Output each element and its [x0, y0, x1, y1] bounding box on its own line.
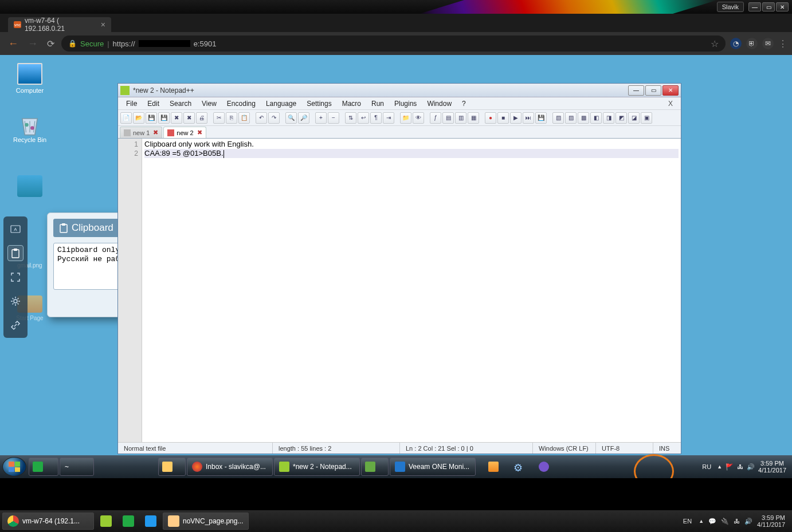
tb-map-icon[interactable]: ▤	[442, 112, 454, 124]
menu-file[interactable]: File	[121, 98, 142, 109]
sidebar-settings-button[interactable]	[7, 293, 23, 309]
host-close-button[interactable]: ✕	[776, 2, 789, 11]
menu-run[interactable]: Run	[367, 98, 389, 109]
tb-saveall-icon[interactable]: 💾	[158, 112, 170, 124]
npp-close-button[interactable]: ✕	[662, 85, 679, 96]
start-button[interactable]	[2, 457, 26, 476]
tb-open-icon[interactable]: 📂	[133, 112, 144, 124]
tb-replace-icon[interactable]: 🔎	[298, 112, 309, 124]
menu-macro[interactable]: Macro	[338, 98, 366, 109]
file-tab-new2[interactable]: new 2✖	[163, 127, 206, 138]
tb-print-icon[interactable]: 🖨	[196, 112, 207, 124]
host-minimize-button[interactable]: —	[748, 2, 761, 11]
tb-zoomin-icon[interactable]: +	[315, 112, 327, 124]
host-language-indicator[interactable]: EN	[681, 517, 694, 526]
host-task-paint[interactable]: noVNC_page.png...	[163, 513, 249, 530]
taskbar-firefox[interactable]: Inbox - slavikca@...	[187, 458, 273, 476]
taskbar-pinned-settings[interactable]: ⚙	[510, 458, 534, 476]
editor-area[interactable]: 12 Clipboard only work with English. CAA…	[118, 139, 681, 442]
tb-allchars-icon[interactable]: ¶	[370, 112, 382, 124]
tray-network-icon[interactable]: 🖧	[737, 463, 743, 470]
sidebar-keyboard-button[interactable]: A	[7, 221, 23, 237]
menu-encoding[interactable]: Encoding	[222, 98, 260, 109]
menu-help[interactable]: ?	[457, 98, 471, 109]
chrome-menu-icon[interactable]: ⋮	[778, 38, 786, 49]
tray-chat-icon[interactable]: 💬	[708, 518, 716, 525]
host-maximize-button[interactable]: ▭	[762, 2, 775, 11]
npp-maximize-button[interactable]: ▭	[645, 85, 661, 96]
sidebar-disconnect-button[interactable]	[7, 317, 23, 333]
extension-icon-3[interactable]: ✉	[762, 38, 774, 49]
reload-button[interactable]: ⟳	[45, 36, 57, 52]
tb-misc8-icon[interactable]: ▣	[641, 112, 652, 124]
npp-minimize-button[interactable]: —	[628, 85, 644, 96]
tray-flag-icon[interactable]: 🚩	[726, 463, 734, 471]
tb-misc4-icon[interactable]: ◧	[590, 112, 602, 124]
address-bar[interactable]: 🔒 Secure | https://e:5901 ☆	[61, 36, 726, 52]
remote-language-indicator[interactable]: RU	[700, 462, 713, 471]
tb-folder-icon[interactable]: 📁	[400, 112, 411, 124]
back-button[interactable]: ←	[6, 36, 21, 52]
tb-monitor-icon[interactable]: 👁	[413, 112, 424, 124]
tray-volume-icon[interactable]: 🔊	[744, 518, 752, 525]
tb-savemacro-icon[interactable]: 💾	[535, 112, 547, 124]
tb-play-icon[interactable]: ▶	[510, 112, 522, 124]
editor-content[interactable]: Clipboard only work with English. CAA:89…	[142, 139, 681, 442]
tb-indent-icon[interactable]: ⇥	[383, 112, 394, 124]
tb-new-icon[interactable]: 📄	[120, 112, 132, 124]
tb-misc7-icon[interactable]: ◪	[628, 112, 640, 124]
extension-icon-1[interactable]: ◔	[730, 38, 742, 49]
tray-chevron-icon[interactable]: ▲	[699, 518, 704, 524]
taskbar-pinned-app1[interactable]	[485, 458, 509, 476]
menu-search[interactable]: Search	[165, 98, 196, 109]
desktop-icon-app1[interactable]	[8, 175, 52, 199]
tb-sync-icon[interactable]: ⇅	[345, 112, 356, 124]
tray-volume-icon[interactable]: 🔊	[747, 463, 755, 471]
chrome-tab-active[interactable]: vnc vm-w7-64 ( 192.168.0.21 ×	[8, 17, 111, 32]
tb-paste-icon[interactable]: 📋	[238, 112, 250, 124]
taskbar-notepadpp[interactable]: *new 2 - Notepad...	[274, 458, 360, 476]
menu-language[interactable]: Language	[261, 98, 301, 109]
tb-misc1-icon[interactable]: ▧	[552, 112, 564, 124]
taskbar-quicklaunch[interactable]: ~	[60, 458, 94, 476]
taskbar-pinned-vm[interactable]	[361, 458, 389, 476]
tray-network-icon[interactable]: 🖧	[734, 518, 740, 525]
tb-save-icon[interactable]: 💾	[146, 112, 157, 124]
extension-icon-2[interactable]: ⛨	[746, 38, 758, 49]
tb-misc6-icon[interactable]: ◩	[615, 112, 627, 124]
tb-record-icon[interactable]: ●	[485, 112, 496, 124]
tb-find-icon[interactable]: 🔍	[285, 112, 297, 124]
tray-power-icon[interactable]: 🔌	[721, 518, 729, 525]
host-task-terminal[interactable]	[118, 513, 139, 530]
host-task-notepadpp[interactable]	[96, 513, 116, 530]
tb-undo-icon[interactable]: ↶	[256, 112, 267, 124]
tb-docmap-icon[interactable]: ▥	[455, 112, 466, 124]
sidebar-clipboard-button[interactable]	[7, 245, 23, 261]
menu-settings[interactable]: Settings	[302, 98, 336, 109]
taskbar-pinned-explorer[interactable]	[158, 458, 186, 476]
menu-plugins[interactable]: Plugins	[390, 98, 421, 109]
tb-stop-icon[interactable]: ■	[497, 112, 509, 124]
tb-playmulti-icon[interactable]: ⏭	[523, 112, 534, 124]
taskbar-pinned-terminal[interactable]	[29, 458, 58, 476]
remote-clock[interactable]: 3:59 PM 4/11/2017	[758, 460, 786, 474]
menu-window[interactable]: Window	[422, 98, 456, 109]
tb-doclist-icon[interactable]: ▦	[468, 112, 479, 124]
tb-close-icon[interactable]: ✖	[171, 112, 182, 124]
sidebar-fullscreen-button[interactable]	[7, 269, 23, 285]
tb-func-icon[interactable]: ƒ	[430, 112, 441, 124]
menu-view[interactable]: View	[197, 98, 221, 109]
tab-close-icon[interactable]: ×	[101, 20, 105, 29]
host-clock[interactable]: 3:59 PM 4/11/2017	[757, 514, 785, 528]
desktop-icon-recycle[interactable]: Recycle Bin	[8, 112, 52, 143]
bookmark-star-icon[interactable]: ☆	[711, 38, 719, 49]
tb-closeall-icon[interactable]: ✖	[183, 112, 195, 124]
tb-zoomout-icon[interactable]: −	[328, 112, 339, 124]
host-task-chrome[interactable]: vm-w7-64 (192.1...	[2, 513, 94, 530]
tab-close-icon[interactable]: ✖	[153, 129, 158, 136]
tb-misc2-icon[interactable]: ▨	[565, 112, 577, 124]
tb-redo-icon[interactable]: ↷	[268, 112, 280, 124]
taskbar-pinned-viber[interactable]	[535, 458, 559, 476]
tb-misc5-icon[interactable]: ◨	[603, 112, 614, 124]
host-task-sync[interactable]	[140, 513, 161, 530]
